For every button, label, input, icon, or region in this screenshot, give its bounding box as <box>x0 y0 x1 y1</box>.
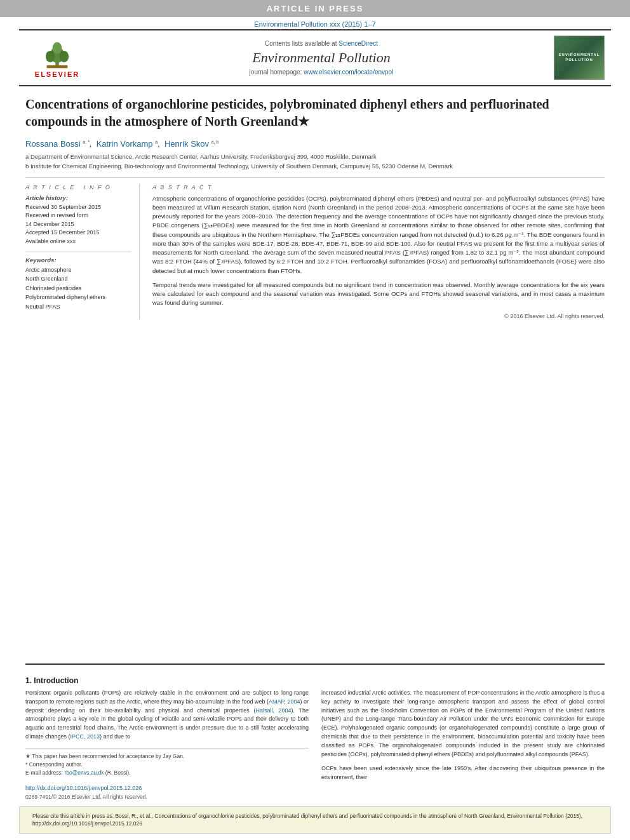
ipcc-ref[interactable]: IPCC, 2013 <box>70 733 100 740</box>
amap-ref[interactable]: AMAP, 2004 <box>269 698 300 705</box>
science-direct-text: Contents lists available at ScienceDirec… <box>95 40 547 47</box>
intro-text-right: increased industrial Arctic activities. … <box>321 689 605 782</box>
elsevier-logo: ELSEVIER <box>25 37 89 78</box>
svg-rect-7 <box>47 65 68 69</box>
authors-line: Rossana Bossi a, *, Katrin Vorkamp a, He… <box>25 139 605 149</box>
footnote-corresponding: * Corresponding author. <box>25 761 309 769</box>
elsevier-tree-icon <box>38 37 76 69</box>
elsevier-label: ELSEVIER <box>35 70 79 78</box>
svg-point-6 <box>61 51 63 53</box>
received-revised-label: Received in revised form <box>25 211 131 220</box>
article-info-label: A R T I C L E I N F O <box>25 184 131 190</box>
footnote-section: ★ This paper has been recommended for ac… <box>25 748 309 777</box>
copyright-line: © 2016 Elsevier Ltd. All rights reserved… <box>152 313 605 319</box>
keywords-label: Keywords: <box>25 257 131 263</box>
body-content: 1. Introduction Persistent organic pollu… <box>0 674 630 800</box>
keyword-2: North Greenland <box>25 274 131 283</box>
affiliations: a Department of Environmental Science, A… <box>25 152 605 171</box>
received-date: Received 30 September 2015 <box>25 203 131 212</box>
abstract-text: Atmospheric concentrations of organochlo… <box>152 194 605 308</box>
intro-p3: OCPs have been used extensively since th… <box>321 764 605 782</box>
intro-col-right: increased industrial Arctic activities. … <box>321 689 605 800</box>
svg-point-5 <box>51 51 53 53</box>
citation-bar: Please cite this article in press as: Bo… <box>19 806 611 834</box>
affiliation-a: a Department of Environmental Science, A… <box>25 152 605 161</box>
journal-center: Contents lists available at ScienceDirec… <box>89 40 554 76</box>
doi-link[interactable]: http://dx.doi.org/10.1016/j.envpol.2015.… <box>25 785 142 791</box>
journal-title: Environmental Pollution <box>95 50 547 66</box>
homepage-url[interactable]: www.elsevier.com/locate/envpol <box>304 69 393 76</box>
footnote-star: ★ This paper has been recommended for ac… <box>25 752 309 761</box>
abstract-col: A B S T R A C T Atmospheric concentratio… <box>152 184 605 319</box>
intro-col-left: Persistent organic pollutants (POPs) are… <box>25 689 309 800</box>
author-henrik[interactable]: Henrik Skov <box>164 139 209 149</box>
article-in-press-banner: ARTICLE IN PRESS <box>0 0 630 17</box>
info-divider <box>25 251 131 251</box>
svg-point-3 <box>60 51 69 62</box>
env-pollution-logo: ENVIRONMENTALPOLLUTION <box>554 36 605 80</box>
history-label: Article history: <box>25 194 131 201</box>
online-date: Available online xxx <box>25 237 131 246</box>
keyword-3: Chlorinated pesticides <box>25 284 131 293</box>
abstract-p1: Atmospheric concentrations of organochlo… <box>152 194 605 276</box>
info-abstract-section: A R T I C L E I N F O Article history: R… <box>25 177 605 319</box>
abstract-label: A B S T R A C T <box>152 184 605 190</box>
journal-header: ELSEVIER Contents lists available at Sci… <box>19 29 611 86</box>
keyword-5: Neutral PFAS <box>25 302 131 311</box>
issn-line: 0269-7491/© 2016 Elsevier Ltd. All right… <box>25 794 309 800</box>
intro-p1: Persistent organic pollutants (POPs) are… <box>25 689 309 742</box>
intro-p2: increased industrial Arctic activities. … <box>321 689 605 760</box>
keyword-4: Polybrominated diphenyl ethers <box>25 293 131 302</box>
revised-date: 14 December 2015 <box>25 220 131 229</box>
main-content: Concentrations of organochlorine pestici… <box>0 86 630 655</box>
author-katrin[interactable]: Katrin Vorkamp <box>97 139 153 149</box>
keyword-1: Arctic atmosphere <box>25 265 131 274</box>
email-link[interactable]: rbo@envs.au.dk <box>64 770 104 776</box>
author-rossana[interactable]: Rossana Bossi <box>25 139 81 149</box>
abstract-p2: Temporal trends were investigated for al… <box>152 281 605 308</box>
svg-point-4 <box>53 42 62 53</box>
intro-two-col: Persistent organic pollutants (POPs) are… <box>25 689 605 800</box>
section-divider <box>25 663 605 665</box>
article-info-col: A R T I C L E I N F O Article history: R… <box>25 184 140 319</box>
science-direct-link[interactable]: ScienceDirect <box>338 40 378 47</box>
halsall-ref[interactable]: Halsall, 2004 <box>255 707 291 714</box>
footnote-email: E-mail address: rbo@envs.au.dk (R. Bossi… <box>25 769 309 777</box>
intro-heading: 1. Introduction <box>25 676 605 685</box>
intro-text-left: Persistent organic pollutants (POPs) are… <box>25 689 309 742</box>
homepage-link-text: journal homepage: www.elsevier.com/locat… <box>95 69 547 76</box>
affiliation-b: b Institute for Chemical Engineering, Bi… <box>25 162 605 170</box>
journal-ref-line: Environmental Pollution xxx (2015) 1–7 <box>0 17 630 29</box>
accepted-date: Accepted 15 December 2015 <box>25 229 131 237</box>
svg-point-2 <box>46 51 55 62</box>
article-title: Concentrations of organochlorine pestici… <box>25 96 605 130</box>
